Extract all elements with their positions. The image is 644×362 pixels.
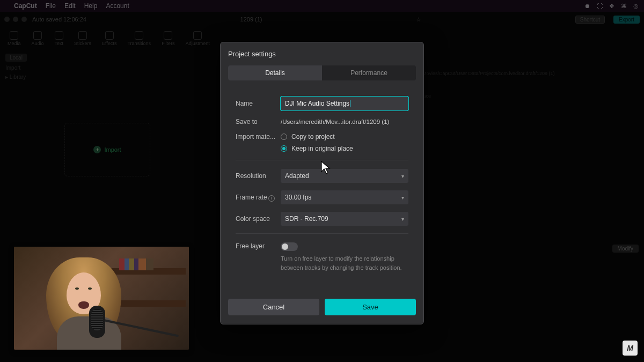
- tab-performance[interactable]: Performance: [322, 65, 416, 80]
- resolution-label: Resolution: [236, 172, 281, 180]
- cancel-button[interactable]: Cancel: [228, 299, 319, 315]
- modal-tab-bar: Details Performance: [228, 65, 416, 80]
- chevron-down-icon: ▾: [401, 216, 404, 222]
- tab-details[interactable]: Details: [228, 65, 322, 80]
- colorspace-label: Color space: [236, 215, 281, 223]
- chevron-down-icon: ▾: [401, 195, 404, 201]
- import-materials-label: Import mate...: [236, 133, 281, 141]
- separator: [236, 160, 408, 160]
- project-settings-modal: Project settings Details Performance Nam…: [220, 42, 424, 324]
- name-label: Name: [236, 100, 281, 107]
- webcam-overlay: [14, 247, 189, 350]
- watermark-logo: M: [623, 341, 638, 356]
- separator: [236, 233, 408, 234]
- modal-title: Project settings: [228, 50, 416, 58]
- chevron-down-icon: ▾: [401, 173, 404, 179]
- radio-icon: [281, 134, 287, 140]
- saveto-label: Save to: [236, 118, 281, 125]
- framerate-label: Frame ratei: [236, 194, 281, 202]
- framerate-select[interactable]: 30.00 fps▾: [281, 190, 408, 204]
- radio-keep-in-place[interactable]: Keep in original place: [281, 145, 408, 152]
- saveto-value: /Users/meredith/Mov...itor.draft/1209 (1…: [281, 119, 408, 125]
- freelayer-label: Free layer: [236, 242, 281, 250]
- name-input[interactable]: DJI Mic Audio Settings: [281, 97, 408, 110]
- colorspace-select[interactable]: SDR - Rec.709▾: [281, 212, 408, 226]
- resolution-select[interactable]: Adapted▾: [281, 169, 408, 183]
- save-button[interactable]: Save: [325, 299, 416, 315]
- freelayer-toggle[interactable]: [281, 242, 298, 251]
- freelayer-help: Turn on free layer to modify the relatio…: [281, 254, 408, 272]
- radio-icon: [281, 145, 287, 152]
- info-icon[interactable]: i: [268, 195, 275, 202]
- radio-copy-to-project[interactable]: Copy to project: [281, 133, 408, 141]
